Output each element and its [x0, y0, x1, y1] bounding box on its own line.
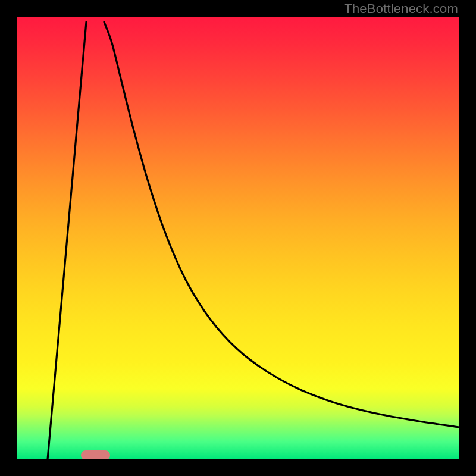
watermark-text: TheBottleneck.com: [344, 1, 458, 17]
curve-right: [104, 22, 459, 427]
chart-frame: TheBottleneck.com: [0, 0, 476, 476]
optimal-marker: [81, 450, 110, 459]
plot-area: [17, 17, 459, 459]
curve-layer: [17, 17, 459, 459]
curve-left-line: [48, 22, 86, 459]
